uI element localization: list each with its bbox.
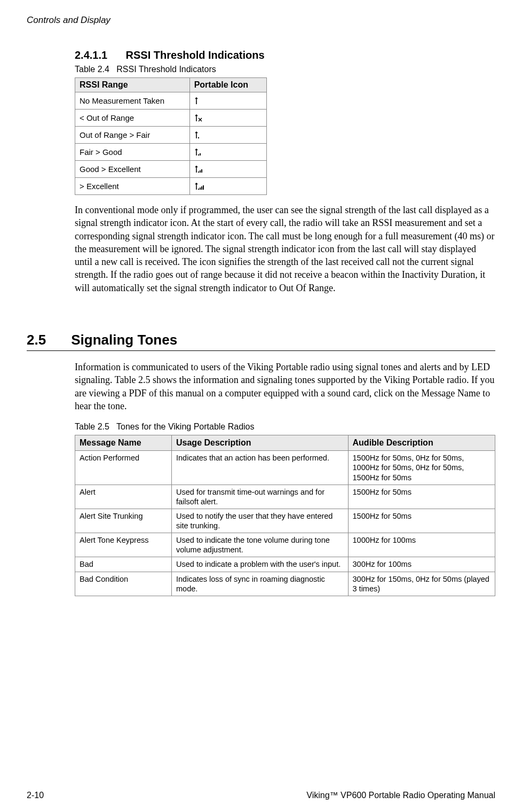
tone-audible-cell: 300Hz for 100ms: [348, 557, 495, 572]
svg-rect-10: [201, 169, 202, 173]
table-row: Bad Condition Indicates loss of sync in …: [75, 572, 495, 596]
subsection-title: RSSI Threshold Indications: [126, 49, 265, 61]
table-row: Alert Used for transmit time-out warning…: [75, 485, 495, 509]
section-title: Signaling Tones: [71, 332, 177, 348]
svg-rect-3: [198, 137, 199, 138]
tone-message-link[interactable]: Bad: [75, 557, 172, 572]
page-header: Controls and Display: [27, 15, 495, 26]
tone-message-link[interactable]: Bad Condition: [75, 572, 172, 596]
tone-message-link[interactable]: Alert Site Trunking: [75, 509, 172, 533]
svg-rect-2: [196, 135, 197, 138]
table-2-4-caption: Table 2.4 RSSI Threshold Indicators: [75, 65, 495, 74]
svg-rect-14: [201, 186, 202, 190]
rssi-range-cell: Out of Range > Fair: [75, 127, 190, 144]
svg-rect-8: [198, 171, 199, 173]
svg-rect-13: [200, 188, 201, 190]
table-row: < Out of Range: [75, 110, 267, 127]
signal-out-of-range-icon: [189, 110, 266, 127]
book-title: Viking™ VP600 Portable Radio Operating M…: [306, 791, 495, 800]
tone-usage-cell: Indicates loss of sync in roaming diagno…: [172, 572, 349, 596]
svg-rect-9: [200, 170, 201, 173]
table-caption-text: RSSI Threshold Indicators: [116, 65, 216, 74]
signal-none-icon: [189, 92, 266, 110]
table-row: Alert Site Trunking Used to notify the u…: [75, 509, 495, 533]
svg-rect-7: [196, 169, 197, 173]
tone-audible-cell: 1000Hz for 100ms: [348, 533, 495, 557]
rssi-range-cell: Good > Excellent: [75, 161, 190, 178]
rssi-range-cell: Fair > Good: [75, 144, 190, 161]
section-rule: [27, 350, 495, 351]
subsection-paragraph: In conventional mode only if programmed,…: [75, 204, 495, 294]
tones-col-audible: Audible Description: [348, 435, 495, 451]
rssi-range-cell: > Excellent: [75, 178, 190, 195]
tone-message-link[interactable]: Alert: [75, 485, 172, 509]
svg-rect-15: [203, 185, 204, 190]
table-row: Bad Used to indicate a problem with the …: [75, 557, 495, 572]
table-row: Alert Tone Keypress Used to indicate the…: [75, 533, 495, 557]
table-caption-text: Tones for the Viking Portable Radios: [116, 422, 255, 431]
tone-usage-cell: Used to indicate a problem with the user…: [172, 557, 349, 572]
tones-col-message: Message Name: [75, 435, 172, 451]
tones-col-usage: Usage Description: [172, 435, 349, 451]
table-caption-label: Table 2.5: [75, 422, 109, 431]
section-2-5-heading: 2.5 Signaling Tones: [27, 332, 495, 348]
signal-max-icon: [189, 178, 266, 195]
tone-usage-cell: Used to notify the user that they have e…: [172, 509, 349, 533]
svg-rect-6: [200, 153, 201, 155]
signal-excellent-icon: [189, 161, 266, 178]
svg-rect-0: [196, 101, 197, 104]
tone-audible-cell: 1500Hz for 50ms: [348, 485, 495, 509]
subsection-number: 2.4.1.1: [75, 49, 123, 61]
subsection-heading: 2.4.1.1 RSSI Threshold Indications: [75, 49, 495, 61]
tone-message-link[interactable]: Action Performed: [75, 451, 172, 485]
tone-audible-cell: 1500Hz for 50ms: [348, 509, 495, 533]
signal-good-icon: [189, 144, 266, 161]
tone-audible-cell: 1500Hz for 50ms, 0Hz for 50ms, 1000Hz fo…: [348, 451, 495, 485]
svg-rect-5: [198, 154, 199, 155]
signal-fair-icon: [189, 127, 266, 144]
table-2-5-caption: Table 2.5 Tones for the Viking Portable …: [75, 422, 495, 432]
svg-rect-4: [196, 152, 197, 155]
tone-usage-cell: Used for transmit time-out warnings and …: [172, 485, 349, 509]
tone-audible-cell: 300Hz for 150ms, 0Hz for 50ms (played 3 …: [348, 572, 495, 596]
table-row: > Excellent: [75, 178, 267, 195]
rssi-table: RSSI Range Portable Icon No Measurement …: [75, 77, 267, 195]
table-caption-label: Table 2.4: [75, 65, 109, 74]
table-row: Action Performed Indicates that an actio…: [75, 451, 495, 485]
svg-rect-1: [196, 118, 197, 121]
table-row: Good > Excellent: [75, 161, 267, 178]
svg-rect-11: [196, 186, 197, 190]
table-row: No Measurement Taken: [75, 92, 267, 110]
rssi-col-range: RSSI Range: [75, 78, 190, 92]
tone-usage-cell: Used to indicate the tone volume during …: [172, 533, 349, 557]
table-row: Fair > Good: [75, 144, 267, 161]
section-number: 2.5: [27, 332, 67, 348]
tone-usage-cell: Indicates that an action has been perfor…: [172, 451, 349, 485]
page-number: 2-10: [27, 791, 44, 800]
rssi-col-icon: Portable Icon: [189, 78, 266, 92]
rssi-range-cell: < Out of Range: [75, 110, 190, 127]
section-2-5-paragraph: Information is communicated to users of …: [75, 361, 495, 412]
tones-table: Message Name Usage Description Audible D…: [75, 435, 495, 596]
page-footer: 2-10 Viking™ VP600 Portable Radio Operat…: [27, 791, 495, 800]
table-row: Out of Range > Fair: [75, 127, 267, 144]
tone-message-link[interactable]: Alert Tone Keypress: [75, 533, 172, 557]
rssi-range-cell: No Measurement Taken: [75, 92, 190, 110]
svg-rect-12: [198, 189, 199, 190]
